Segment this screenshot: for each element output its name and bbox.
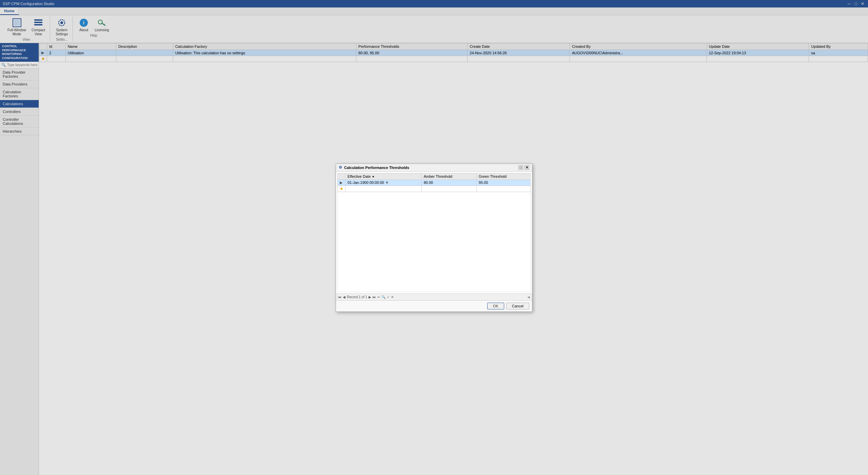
cancel-button[interactable]: Cancel xyxy=(506,303,529,309)
modal-col-indicator xyxy=(338,173,346,179)
modal-record-count: Record 1 of 1 xyxy=(347,295,367,299)
modal-row-indicator: ▶ xyxy=(338,179,346,186)
modal-cell-new-amber xyxy=(421,186,476,192)
ok-button[interactable]: OK xyxy=(487,303,504,309)
modal-dialog: ⚙ Calculation Performance Thresholds □ ✕… xyxy=(336,164,532,312)
modal-nav-prev[interactable]: ◀ xyxy=(343,295,346,299)
modal-titlebar-controls[interactable]: □ ✕ xyxy=(518,165,529,170)
sort-asc-icon: ▼ xyxy=(372,175,375,178)
modal-cell-effective-date: 01-Jan-1900 00:00:00 ▼ xyxy=(346,179,422,186)
modal-status-bar: ⏮ ◀ Record 1 of 1 ▶ ⏭ ↵ 🔍 ✓ ✕ ◀ xyxy=(336,293,532,300)
modal-table: Effective Date ▼ Amber Threshold Green T… xyxy=(337,173,531,192)
modal-cell-amber: 80.00 xyxy=(421,179,476,186)
modal-maximize-btn[interactable]: □ xyxy=(518,165,523,170)
modal-scrollbar-indicator[interactable]: ◀ xyxy=(527,295,530,299)
modal-titlebar-left: ⚙ Calculation Performance Thresholds xyxy=(339,165,409,170)
modal-title-icon: ⚙ xyxy=(339,165,342,170)
modal-nav-cancel-btn[interactable]: ✕ xyxy=(391,295,394,299)
modal-footer: OK Cancel xyxy=(336,300,532,311)
modal-content: Effective Date ▼ Amber Threshold Green T… xyxy=(336,172,532,293)
modal-col-green[interactable]: Green Threshold xyxy=(476,173,530,179)
modal-title: Calculation Performance Thresholds xyxy=(344,166,409,170)
modal-cell-new-date xyxy=(346,186,422,192)
modal-titlebar: ⚙ Calculation Performance Thresholds □ ✕ xyxy=(336,164,532,172)
modal-overlay: ⚙ Calculation Performance Thresholds □ ✕… xyxy=(0,0,868,475)
modal-new-row-indicator: ★ xyxy=(338,186,346,192)
modal-col-amber[interactable]: Amber Threshold xyxy=(421,173,476,179)
modal-new-row[interactable]: ★ xyxy=(338,186,531,192)
modal-cell-green: 95.00 xyxy=(476,179,530,186)
modal-nav-confirm[interactable]: ✓ xyxy=(387,295,390,299)
modal-nav-first[interactable]: ⏮ xyxy=(338,295,341,299)
modal-close-btn[interactable]: ✕ xyxy=(525,165,529,170)
modal-empty-area xyxy=(337,192,531,292)
modal-col-effective-date[interactable]: Effective Date ▼ xyxy=(346,173,422,179)
modal-nav-last[interactable]: ⏭ xyxy=(373,295,376,299)
modal-nav-next[interactable]: ▶ xyxy=(369,295,371,299)
modal-cell-new-green xyxy=(476,186,530,192)
modal-nav-search[interactable]: 🔍 xyxy=(381,295,386,299)
modal-nav-enter[interactable]: ↵ xyxy=(377,295,380,299)
effective-date-label: Effective Date xyxy=(348,174,371,178)
modal-table-row[interactable]: ▶ 01-Jan-1900 00:00:00 ▼ 80.00 95.00 xyxy=(338,179,531,186)
